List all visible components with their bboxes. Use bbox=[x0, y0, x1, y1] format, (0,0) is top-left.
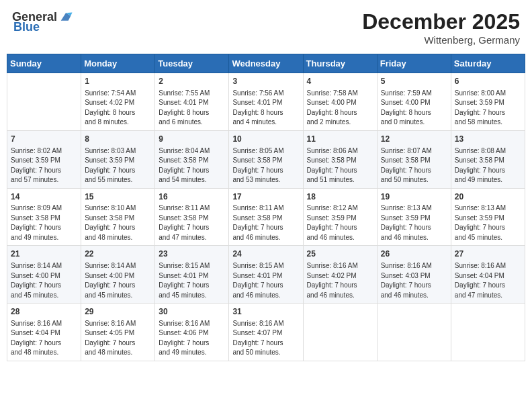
calendar-cell: 14Sunrise: 8:09 AM Sunset: 3:58 PM Dayli… bbox=[7, 188, 81, 246]
day-number: 4 bbox=[307, 76, 373, 87]
calendar-cell: 11Sunrise: 8:06 AM Sunset: 3:58 PM Dayli… bbox=[303, 130, 377, 188]
day-info: Sunrise: 8:16 AM Sunset: 4:02 PM Dayligh… bbox=[307, 261, 373, 300]
calendar-cell: 18Sunrise: 8:12 AM Sunset: 3:59 PM Dayli… bbox=[303, 188, 377, 246]
day-number: 30 bbox=[159, 306, 225, 318]
day-info: Sunrise: 7:56 AM Sunset: 4:01 PM Dayligh… bbox=[232, 89, 299, 128]
header-day-friday: Friday bbox=[377, 54, 451, 73]
day-number: 10 bbox=[232, 134, 299, 145]
calendar-cell: 12Sunrise: 8:07 AM Sunset: 3:58 PM Dayli… bbox=[377, 130, 451, 188]
calendar-cell: 27Sunrise: 8:16 AM Sunset: 4:04 PM Dayli… bbox=[451, 246, 525, 304]
day-info: Sunrise: 8:11 AM Sunset: 3:58 PM Dayligh… bbox=[232, 203, 299, 242]
day-number: 28 bbox=[11, 306, 77, 318]
day-number: 2 bbox=[159, 76, 225, 87]
day-info: Sunrise: 8:07 AM Sunset: 3:58 PM Dayligh… bbox=[381, 146, 447, 185]
day-number: 22 bbox=[85, 248, 151, 260]
header-row: SundayMondayTuesdayWednesdayThursdayFrid… bbox=[7, 54, 525, 73]
day-number: 14 bbox=[11, 191, 77, 203]
calendar-cell bbox=[377, 304, 451, 361]
calendar-cell: 10Sunrise: 8:05 AM Sunset: 3:58 PM Dayli… bbox=[229, 130, 303, 188]
header-day-thursday: Thursday bbox=[303, 54, 377, 73]
header-day-wednesday: Wednesday bbox=[229, 54, 303, 73]
day-info: Sunrise: 7:55 AM Sunset: 4:01 PM Dayligh… bbox=[159, 89, 225, 128]
day-info: Sunrise: 8:02 AM Sunset: 3:59 PM Dayligh… bbox=[11, 146, 77, 185]
calendar-cell bbox=[303, 304, 377, 361]
day-info: Sunrise: 8:15 AM Sunset: 4:01 PM Dayligh… bbox=[232, 261, 299, 300]
day-info: Sunrise: 8:15 AM Sunset: 4:01 PM Dayligh… bbox=[159, 261, 225, 300]
week-row-3: 14Sunrise: 8:09 AM Sunset: 3:58 PM Dayli… bbox=[7, 188, 525, 246]
calendar-table: SundayMondayTuesdayWednesdayThursdayFrid… bbox=[7, 54, 525, 361]
day-number: 15 bbox=[85, 191, 151, 203]
calendar-cell: 29Sunrise: 8:16 AM Sunset: 4:05 PM Dayli… bbox=[81, 304, 155, 361]
day-info: Sunrise: 8:13 AM Sunset: 3:59 PM Dayligh… bbox=[455, 203, 521, 242]
day-info: Sunrise: 8:14 AM Sunset: 4:00 PM Dayligh… bbox=[11, 261, 77, 300]
calendar-cell: 30Sunrise: 8:16 AM Sunset: 4:06 PM Dayli… bbox=[155, 304, 229, 361]
day-number: 29 bbox=[85, 306, 151, 318]
calendar-cell: 8Sunrise: 8:03 AM Sunset: 3:59 PM Daylig… bbox=[81, 130, 155, 188]
day-number: 16 bbox=[159, 191, 225, 203]
day-number: 8 bbox=[85, 134, 151, 145]
calendar-cell bbox=[451, 304, 525, 361]
day-number: 12 bbox=[381, 134, 447, 145]
day-info: Sunrise: 8:16 AM Sunset: 4:04 PM Dayligh… bbox=[11, 319, 77, 358]
header-day-tuesday: Tuesday bbox=[155, 54, 229, 73]
day-info: Sunrise: 8:14 AM Sunset: 4:00 PM Dayligh… bbox=[85, 261, 151, 300]
calendar-cell: 15Sunrise: 8:10 AM Sunset: 3:58 PM Dayli… bbox=[81, 188, 155, 246]
calendar-cell: 21Sunrise: 8:14 AM Sunset: 4:00 PM Dayli… bbox=[7, 246, 81, 304]
calendar-cell: 4Sunrise: 7:58 AM Sunset: 4:00 PM Daylig… bbox=[303, 73, 377, 131]
header-day-monday: Monday bbox=[81, 54, 155, 73]
day-info: Sunrise: 8:09 AM Sunset: 3:58 PM Dayligh… bbox=[11, 203, 77, 242]
week-row-2: 7Sunrise: 8:02 AM Sunset: 3:59 PM Daylig… bbox=[7, 130, 525, 188]
day-info: Sunrise: 7:54 AM Sunset: 4:02 PM Dayligh… bbox=[85, 89, 151, 128]
day-info: Sunrise: 7:58 AM Sunset: 4:00 PM Dayligh… bbox=[307, 89, 373, 128]
day-number: 20 bbox=[455, 191, 521, 203]
week-row-1: 1Sunrise: 7:54 AM Sunset: 4:02 PM Daylig… bbox=[7, 73, 525, 131]
day-info: Sunrise: 8:04 AM Sunset: 3:58 PM Dayligh… bbox=[159, 146, 225, 185]
calendar-cell: 22Sunrise: 8:14 AM Sunset: 4:00 PM Dayli… bbox=[81, 246, 155, 304]
day-info: Sunrise: 8:12 AM Sunset: 3:59 PM Dayligh… bbox=[307, 203, 373, 242]
day-info: Sunrise: 8:16 AM Sunset: 4:07 PM Dayligh… bbox=[232, 319, 299, 358]
day-number: 9 bbox=[159, 134, 225, 145]
day-info: Sunrise: 8:16 AM Sunset: 4:04 PM Dayligh… bbox=[455, 261, 521, 300]
day-number: 3 bbox=[232, 76, 299, 87]
day-info: Sunrise: 8:06 AM Sunset: 3:58 PM Dayligh… bbox=[307, 146, 373, 185]
day-number: 13 bbox=[455, 134, 521, 145]
header-day-sunday: Sunday bbox=[7, 54, 81, 73]
calendar-subtitle: Wittenberg, Germany bbox=[362, 34, 520, 46]
calendar-cell: 13Sunrise: 8:08 AM Sunset: 3:58 PM Dayli… bbox=[451, 130, 525, 188]
title-block: December 2025 Wittenberg, Germany bbox=[362, 9, 520, 46]
day-info: Sunrise: 8:16 AM Sunset: 4:05 PM Dayligh… bbox=[85, 319, 151, 358]
day-number: 6 bbox=[455, 76, 521, 87]
logo: General Blue bbox=[12, 9, 73, 34]
day-info: Sunrise: 8:00 AM Sunset: 3:59 PM Dayligh… bbox=[455, 89, 521, 128]
calendar-cell: 2Sunrise: 7:55 AM Sunset: 4:01 PM Daylig… bbox=[155, 73, 229, 131]
day-number: 17 bbox=[232, 191, 299, 203]
day-number: 26 bbox=[381, 248, 447, 260]
week-row-5: 28Sunrise: 8:16 AM Sunset: 4:04 PM Dayli… bbox=[7, 304, 525, 361]
logo-icon bbox=[58, 9, 73, 24]
calendar-cell: 23Sunrise: 8:15 AM Sunset: 4:01 PM Dayli… bbox=[155, 246, 229, 304]
calendar-cell: 3Sunrise: 7:56 AM Sunset: 4:01 PM Daylig… bbox=[229, 73, 303, 131]
day-info: Sunrise: 8:08 AM Sunset: 3:58 PM Dayligh… bbox=[455, 146, 521, 185]
calendar-cell: 5Sunrise: 7:59 AM Sunset: 4:00 PM Daylig… bbox=[377, 73, 451, 131]
day-number: 21 bbox=[11, 248, 77, 260]
day-info: Sunrise: 7:59 AM Sunset: 4:00 PM Dayligh… bbox=[381, 89, 447, 128]
day-info: Sunrise: 8:10 AM Sunset: 3:58 PM Dayligh… bbox=[85, 203, 151, 242]
day-info: Sunrise: 8:11 AM Sunset: 3:58 PM Dayligh… bbox=[159, 203, 225, 242]
calendar-cell: 26Sunrise: 8:16 AM Sunset: 4:03 PM Dayli… bbox=[377, 246, 451, 304]
calendar-cell: 16Sunrise: 8:11 AM Sunset: 3:58 PM Dayli… bbox=[155, 188, 229, 246]
calendar-cell bbox=[7, 73, 81, 131]
calendar-cell: 19Sunrise: 8:13 AM Sunset: 3:59 PM Dayli… bbox=[377, 188, 451, 246]
calendar-cell: 28Sunrise: 8:16 AM Sunset: 4:04 PM Dayli… bbox=[7, 304, 81, 361]
day-number: 23 bbox=[159, 248, 225, 260]
calendar-cell: 1Sunrise: 7:54 AM Sunset: 4:02 PM Daylig… bbox=[81, 73, 155, 131]
day-info: Sunrise: 8:05 AM Sunset: 3:58 PM Dayligh… bbox=[232, 146, 299, 185]
calendar-cell: 17Sunrise: 8:11 AM Sunset: 3:58 PM Dayli… bbox=[229, 188, 303, 246]
calendar-cell: 31Sunrise: 8:16 AM Sunset: 4:07 PM Dayli… bbox=[229, 304, 303, 361]
day-number: 24 bbox=[232, 248, 299, 260]
day-number: 18 bbox=[307, 191, 373, 203]
calendar-cell: 7Sunrise: 8:02 AM Sunset: 3:59 PM Daylig… bbox=[7, 130, 81, 188]
calendar-body: 1Sunrise: 7:54 AM Sunset: 4:02 PM Daylig… bbox=[7, 73, 525, 361]
day-number: 31 bbox=[232, 306, 299, 318]
day-number: 1 bbox=[85, 76, 151, 87]
calendar-cell: 6Sunrise: 8:00 AM Sunset: 3:59 PM Daylig… bbox=[451, 73, 525, 131]
